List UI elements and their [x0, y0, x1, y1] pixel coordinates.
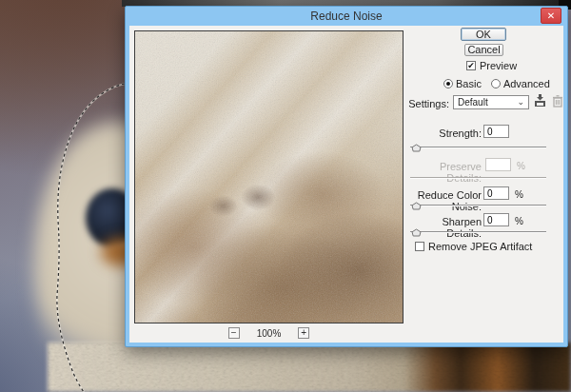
close-icon[interactable]: ✕: [541, 8, 561, 24]
preserve-details-unit: %: [517, 161, 525, 171]
preview-checkbox[interactable]: ✔: [466, 61, 476, 70]
dialog-body: − 100% + OK Cancel ✔ Preview Basic Advan…: [129, 26, 563, 343]
sharpen-details-slider-track: [410, 231, 546, 233]
strength-input[interactable]: [483, 125, 509, 138]
sharpen-details-slider-thumb[interactable]: [411, 228, 422, 237]
preview-checkbox-row: ✔ Preview: [466, 60, 517, 71]
advanced-radio[interactable]: [491, 79, 501, 88]
chevron-down-icon: ⌄: [517, 96, 524, 108]
settings-selected-value: Default: [458, 97, 488, 108]
cancel-button[interactable]: Cancel: [464, 44, 503, 56]
advanced-radio-label: Advanced: [503, 78, 550, 89]
reduce-color-noise-slider-track: [410, 205, 546, 206]
strength-label: Strength:: [407, 127, 482, 139]
reduce-color-noise-unit: %: [515, 189, 523, 200]
mode-radio-group: Basic Advanced: [443, 78, 550, 89]
sharpen-details-input[interactable]: [483, 213, 509, 226]
photoshop-canvas: Reduce Noise ✕: [0, 0, 571, 392]
preserve-details-slider-track: [410, 177, 546, 179]
remove-jpeg-artifact-checkbox[interactable]: [415, 242, 424, 251]
remove-jpeg-artifact-label: Remove JPEG Artifact: [428, 241, 532, 252]
reduce-color-noise-slider[interactable]: [410, 201, 546, 210]
noise-preview-image[interactable]: [134, 30, 404, 323]
save-settings-icon[interactable]: [532, 93, 547, 108]
dialog-title: Reduce Noise: [126, 10, 567, 23]
preview-checkbox-label: Preview: [480, 60, 517, 71]
strength-slider-track: [410, 147, 546, 148]
strength-slider[interactable]: [410, 143, 546, 152]
delete-settings-icon[interactable]: [550, 93, 565, 108]
reduce-color-noise-slider-thumb[interactable]: [411, 202, 422, 210]
basic-radio-label: Basic: [456, 78, 482, 89]
ok-button[interactable]: OK: [461, 28, 506, 41]
preserve-details-slider: [410, 173, 546, 183]
sharpen-details-slider[interactable]: [410, 227, 546, 237]
basic-radio[interactable]: [443, 79, 453, 88]
reduce-color-noise-input[interactable]: [483, 186, 509, 200]
reduce-noise-dialog: Reduce Noise ✕: [125, 6, 568, 347]
zoom-level: 100%: [257, 328, 282, 339]
preserve-details-input: [485, 158, 511, 171]
strength-slider-thumb[interactable]: [411, 144, 422, 152]
preview-grain-overlay: [135, 31, 404, 323]
settings-dropdown[interactable]: Default ⌄: [453, 95, 529, 109]
zoom-in-button[interactable]: +: [298, 327, 309, 339]
settings-label: Settings:: [404, 98, 449, 109]
zoom-out-button[interactable]: −: [228, 327, 240, 339]
dialog-titlebar[interactable]: Reduce Noise ✕: [126, 7, 567, 26]
jpeg-artifact-row: Remove JPEG Artifact: [415, 241, 532, 252]
preview-zoom-bar: − 100% +: [134, 326, 404, 340]
sharpen-details-unit: %: [515, 216, 523, 226]
